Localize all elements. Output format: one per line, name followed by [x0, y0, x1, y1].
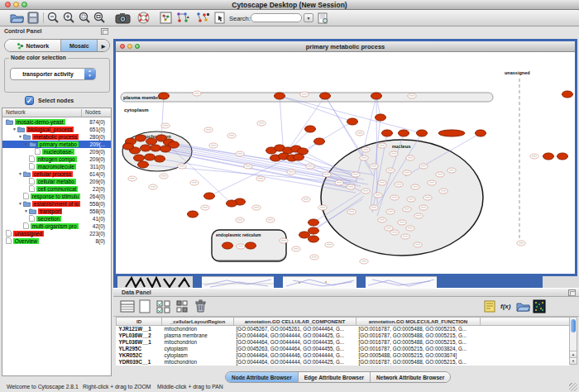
background-window-fragment[interactable]: [202, 276, 274, 288]
layout-icon-1[interactable]: [175, 12, 190, 24]
save-icon[interactable]: [27, 12, 39, 24]
tab-overflow-arrow-icon[interactable]: ▶: [98, 40, 109, 51]
tree-row-metabolic-process[interactable]: ▼ metabolic process280(0): [2, 133, 111, 141]
tab-network-attribute-browser[interactable]: Network Attribute Browser: [371, 372, 450, 382]
zoom-fit-icon[interactable]: [93, 12, 106, 24]
tab-edge-attribute-browser[interactable]: Edge Attribute Browser: [299, 372, 371, 382]
selected-node[interactable]: [305, 126, 316, 132]
selected-node[interactable]: [146, 138, 157, 145]
table-cell[interactable]: mitochondrion: [162, 326, 234, 332]
scroll-down-icon[interactable]: ▼: [570, 357, 577, 364]
function-builder-icon[interactable]: f(x): [500, 299, 514, 313]
selected-node[interactable]: [188, 211, 199, 218]
attribute-modify-icon[interactable]: [176, 299, 188, 313]
search-dropdown-icon[interactable]: ▼: [304, 13, 313, 22]
background-window-fragment[interactable]: [366, 276, 437, 288]
column-header[interactable]: annotation.GO CELLULAR_COMPONENT: [234, 318, 356, 326]
zoom-in-icon[interactable]: [63, 12, 75, 24]
selected-node[interactable]: [376, 114, 386, 121]
table-cell[interactable]: [GO:0016787, GO:0005488, GO:0005215, G..…: [356, 359, 481, 366]
table-scrollbar[interactable]: ▲ ▼: [569, 317, 577, 365]
selected-node[interactable]: [309, 227, 319, 234]
table-cell[interactable]: [GO:0044464, GO:0044446, GO:0044444, G..…: [234, 352, 356, 359]
select-attributes-icon[interactable]: [156, 299, 171, 313]
network-frame-icon[interactable]: [160, 12, 172, 24]
column-header[interactable]: ID: [117, 318, 162, 326]
attribute-browser-icon[interactable]: [318, 12, 328, 24]
tree-row-macromolecule[interactable]: macromolecule311(0): [2, 163, 111, 170]
selected-node[interactable]: [123, 143, 134, 150]
help-icon[interactable]: [137, 12, 150, 24]
table-cell[interactable]: [GO:0016787, GO:0005488, GO:0005215, G..…: [356, 332, 481, 339]
selected-node[interactable]: [557, 153, 568, 160]
scrollbar-thumb[interactable]: [571, 319, 576, 332]
selected-node[interactable]: [275, 93, 285, 99]
table-cell[interactable]: cytoplasm: [162, 352, 234, 359]
unselect-all-attributes-icon[interactable]: [139, 299, 151, 313]
table-cell[interactable]: [GO:0016787, GO:0005488, GO:0005215, G..…: [356, 339, 481, 346]
tree-row-nitrogen-compo[interactable]: nitrogen compo209(0): [2, 155, 111, 163]
table-cell[interactable]: [GO:0016787, GO:0005488, GO:0005215, G..…: [356, 326, 481, 332]
scroll-up-icon[interactable]: ▲: [570, 351, 577, 357]
layout-icon-2[interactable]: [195, 12, 210, 24]
table-cell[interactable]: [GO:0044464, GO:0044444, GO:0044425, G..…: [234, 359, 356, 366]
table-cell[interactable]: [GO:0045267, GO:0045261, GO:0044464, G..…: [234, 326, 356, 332]
column-header[interactable]: annotation.GO MOLECULAR_FUNCTION: [356, 318, 481, 326]
selected-node[interactable]: [145, 154, 156, 160]
table-cell[interactable]: [GO:0045263, GO:0044464, GO:0044455, G..…: [234, 346, 356, 352]
tree-row-secretion[interactable]: secretion41(0): [2, 215, 111, 222]
table-cell[interactable]: cytoplasm: [162, 346, 234, 352]
table-cell[interactable]: [481, 326, 570, 332]
resize-grip[interactable]: [569, 383, 577, 391]
data-panel-titlebar[interactable]: [113, 288, 579, 297]
control-panel-float-icon[interactable]: [101, 28, 108, 35]
table-row[interactable]: YKR052Ccytoplasm[GO:0044464, GO:0044446,…: [117, 352, 570, 359]
table-cell[interactable]: [481, 359, 570, 366]
overview-window-fragment[interactable]: [124, 276, 193, 288]
table-row[interactable]: YPL036W__2plasma membrane[GO:0044464, GO…: [117, 332, 570, 339]
selected-node[interactable]: [204, 193, 215, 199]
table-cell[interactable]: YPL036W__1: [117, 339, 162, 346]
delete-attribute-trash-icon[interactable]: [194, 299, 207, 313]
table-cell[interactable]: YLR295C: [117, 346, 162, 352]
network-canvas[interactable]: plasma membrane cytoplasm mitochondrion …: [116, 52, 575, 274]
selected-node[interactable]: [382, 130, 393, 136]
table-cell[interactable]: [481, 339, 570, 346]
tree-row-transport[interactable]: ▼ transport558(0): [2, 208, 111, 215]
table-cell[interactable]: [481, 346, 570, 352]
table-row[interactable]: YLR295Ccytoplasm[GO:0045263, GO:0044464,…: [117, 346, 570, 352]
network-view-frame[interactable]: primary metabolic process plasma membran…: [113, 39, 577, 276]
table-cell[interactable]: [GO:0044464, GO:0044444, GO:0044425, G..…: [234, 332, 356, 339]
selected-node[interactable]: [309, 219, 319, 226]
annotation-note-icon[interactable]: [484, 299, 496, 313]
tree-row-establishment-of-lo[interactable]: ▼ establishment of lo558(0): [2, 200, 111, 208]
selected-node[interactable]: [309, 236, 319, 242]
table-cell[interactable]: mitochondrion: [162, 339, 234, 346]
expand-arrow-icon[interactable]: ▼: [23, 141, 29, 148]
table-row[interactable]: YDR039C__1mitochondrion[GO:0044464, GO:0…: [117, 359, 570, 366]
selected-node[interactable]: [151, 145, 161, 151]
selected-node[interactable]: [155, 155, 165, 162]
expand-arrow-icon[interactable]: ▼: [17, 133, 23, 141]
table-cell[interactable]: [GO:0005488, GO:0005215, GO:0003674]: [356, 352, 481, 359]
tab-node-attribute-browser[interactable]: Node Attribute Browser: [226, 372, 299, 382]
selected-node[interactable]: [141, 145, 151, 151]
selected-node[interactable]: [438, 130, 465, 136]
tree-row-cellular-process[interactable]: ▼ cellular process614(0): [2, 170, 111, 178]
selected-node[interactable]: [399, 130, 409, 136]
selected-node[interactable]: [417, 130, 428, 136]
color-attribute-select[interactable]: transporter activity ▲▼: [10, 68, 96, 80]
selected-node[interactable]: [136, 135, 146, 141]
window-titlebar[interactable]: Cytoscape Desktop (New Session): [0, 0, 579, 10]
attribute-table[interactable]: ID_cellularLayoutRegionannotation.GO CEL…: [116, 317, 570, 366]
tree-row-multi-organism-pro[interactable]: multi-organism pro42(0): [2, 222, 111, 230]
select-nodes-checkbox[interactable]: ✓: [25, 96, 34, 105]
tree-row-response-to-stimulu[interactable]: response to stimulu264(0): [2, 193, 111, 200]
tab-network[interactable]: Network: [5, 40, 61, 51]
expand-arrow-icon[interactable]: ▼: [17, 170, 23, 178]
table-row[interactable]: YPL036W__1mitochondrion[GO:0044464, GO:0…: [117, 339, 570, 346]
expand-arrow-icon[interactable]: ▼: [12, 126, 17, 133]
table-cell[interactable]: YKR052C: [117, 352, 162, 359]
table-cell[interactable]: plasma membrane: [162, 332, 234, 339]
select-all-attributes-icon[interactable]: [120, 299, 135, 313]
